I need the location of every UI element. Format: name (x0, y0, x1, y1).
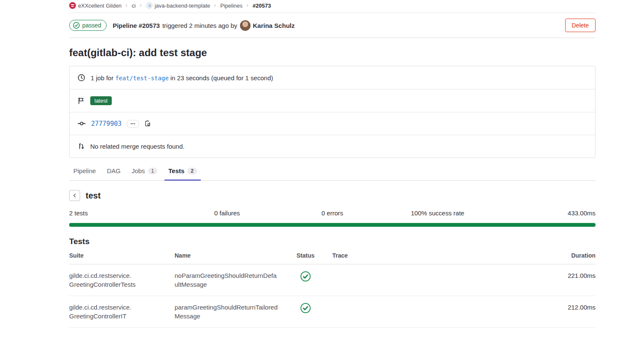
stat-total-tests: 2 tests (69, 209, 175, 217)
flag-icon (78, 97, 85, 104)
test-suite-cell: gilde.ci.cd.restservice.GreetingControll… (69, 303, 175, 321)
tab-pipeline[interactable]: Pipeline (70, 163, 100, 181)
latest-badge-row: latest (70, 89, 595, 112)
test-passed-icon (300, 271, 311, 282)
page-content: eXXcellent Gilden ci java-backend-templa… (0, 0, 644, 328)
test-suite-cell: gilde.ci.cd.restservice.GreetingControll… (69, 271, 175, 289)
stat-errors: 0 errors (280, 209, 385, 217)
copy-commit-sha-button[interactable] (144, 120, 151, 127)
test-status-cell (296, 303, 332, 313)
group-avatar-icon (69, 2, 76, 9)
column-header-status: Status (296, 252, 332, 259)
chevron-right-icon (246, 4, 249, 7)
table-row: gilde.ci.cd.restservice.GreetingControll… (69, 264, 595, 296)
commit-message-expand-button[interactable] (127, 120, 139, 128)
tests-table-header: Suite Name Status Trace Duration (69, 246, 595, 264)
pipeline-info-card: 1 job for feat/test-stage in 23 seconds … (69, 66, 595, 158)
test-suite-header: test (69, 190, 595, 201)
chevron-right-icon (139, 4, 143, 7)
status-badge[interactable]: passed (69, 20, 107, 31)
tab-pipeline-label: Pipeline (73, 167, 96, 174)
breadcrumb-pipelines[interactable]: Pipelines (220, 3, 243, 9)
tab-dag-label: DAG (107, 167, 121, 174)
pipeline-status-bar: passed Pipeline #20573 triggered 2 minut… (69, 13, 595, 38)
breadcrumb-pipeline-id-label: #20573 (253, 3, 271, 9)
tab-tests-count-badge: 2 (187, 168, 197, 174)
breadcrumb-project-label: java-backend-template (155, 3, 210, 9)
merge-request-row: No related merge requests found. (70, 135, 595, 158)
breadcrumb-subgroup[interactable]: ci (132, 3, 135, 9)
page-title: feat(gitlab-ci): add test stage (69, 47, 595, 59)
tab-dag[interactable]: DAG (103, 163, 124, 181)
table-row: gilde.ci.cd.restservice.GreetingControll… (69, 296, 595, 328)
back-button[interactable] (69, 190, 80, 201)
breadcrumb-pipeline-id: #20573 (253, 3, 271, 9)
stat-total-duration: 433.00ms (490, 209, 595, 217)
status-badge-label: passed (82, 22, 101, 29)
merge-request-icon (78, 143, 85, 150)
ellipsis-icon (130, 123, 135, 125)
chevron-right-icon (213, 4, 217, 7)
tests-section-heading: Tests (69, 237, 595, 246)
pipeline-tabs: Pipeline DAG Jobs 1 Tests 2 (69, 163, 595, 181)
tab-tests-label: Tests (168, 167, 184, 174)
tests-table: Suite Name Status Trace Duration gilde.c… (69, 246, 595, 328)
job-duration-text: in 23 seconds (queued for 1 second) (170, 74, 273, 82)
test-passed-icon (300, 303, 311, 313)
clock-icon (78, 74, 85, 82)
test-name-cell: paramGreetingShouldReturnTailoredMessage (175, 303, 296, 321)
test-duration-cell: 221.00ms (549, 271, 595, 280)
test-suite-stats: 2 tests 0 failures 0 errors 100% success… (69, 209, 595, 217)
branch-ref-link[interactable]: feat/test-stage (115, 75, 168, 82)
breadcrumb-subgroup-label: ci (132, 3, 135, 9)
column-header-suite: Suite (69, 252, 175, 259)
breadcrumb: eXXcellent Gilden ci java-backend-templa… (69, 0, 595, 13)
job-summary-text: 1 job for feat/test-stage in 23 seconds … (91, 74, 273, 82)
pipeline-trigger-info: Pipeline #20573 triggered 2 minutes ago … (113, 20, 295, 31)
breadcrumb-project[interactable]: java-backend-template (146, 2, 210, 9)
commit-icon (78, 120, 86, 128)
tab-jobs[interactable]: Jobs 1 (128, 163, 161, 181)
chevron-left-icon (72, 193, 78, 198)
stat-failures: 0 failures (175, 209, 280, 217)
author-avatar[interactable] (240, 20, 251, 31)
author-name-link[interactable]: Karina Schulz (253, 22, 295, 29)
latest-badge: latest (90, 96, 112, 105)
column-header-trace: Trace (332, 252, 549, 259)
tab-jobs-count-badge: 1 (148, 168, 158, 174)
breadcrumb-group[interactable]: eXXcellent Gilden (69, 2, 121, 9)
copy-icon (144, 120, 151, 127)
column-header-duration: Duration (549, 252, 595, 259)
commit-sha-link[interactable]: 27779903 (91, 120, 121, 128)
test-suite-name: test (86, 191, 101, 201)
delete-button[interactable]: Delete (565, 19, 595, 32)
test-duration-cell: 212.00ms (549, 303, 595, 312)
breadcrumb-group-label: eXXcellent Gilden (78, 3, 121, 9)
triggered-text: triggered 2 minutes ago by (162, 22, 237, 29)
chevron-right-icon (125, 4, 128, 7)
stat-success-rate: 100% success rate (385, 209, 490, 217)
test-name-cell: noParamGreetingShouldReturnDefaultMessag… (175, 271, 296, 289)
success-rate-progress-bar (69, 223, 595, 227)
pipeline-id-label: Pipeline #20573 (113, 22, 160, 29)
tab-jobs-label: Jobs (132, 167, 145, 174)
test-status-cell (296, 271, 332, 282)
job-count-text: 1 job for (91, 74, 113, 82)
job-summary-row: 1 job for feat/test-stage in 23 seconds … (70, 66, 595, 89)
column-header-name: Name (175, 252, 296, 259)
commit-row: 27779903 (70, 112, 595, 135)
tab-tests[interactable]: Tests 2 (164, 163, 201, 181)
merge-request-text: No related merge requests found. (90, 143, 184, 150)
breadcrumb-pipelines-label: Pipelines (220, 3, 243, 9)
project-avatar-icon (146, 2, 153, 9)
check-circle-icon (73, 22, 80, 29)
